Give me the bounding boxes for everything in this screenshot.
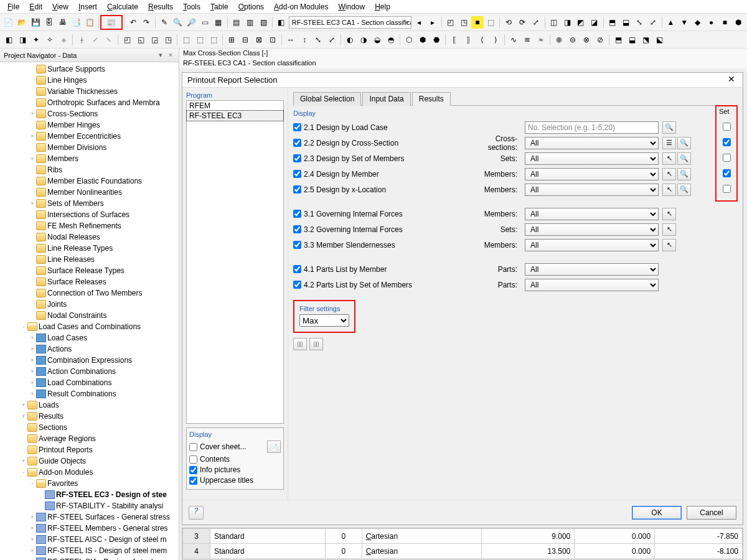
tool-icon[interactable]: ■	[471, 16, 484, 29]
tree-item[interactable]: FE Mesh Refinements	[0, 220, 179, 231]
module-combo[interactable]: RF-STEEL EC3 CA1 - Section classificati…	[289, 16, 411, 29]
tool-icon[interactable]: ▲	[664, 16, 677, 29]
tool-icon[interactable]: ✧	[44, 34, 56, 46]
menu-file[interactable]: File	[2, 1, 24, 12]
row-checkbox[interactable]	[293, 185, 301, 194]
tool-icon[interactable]: ⤢	[647, 16, 659, 29]
list-icon[interactable]: ☰	[662, 137, 676, 149]
pick-icon[interactable]: ↖	[662, 223, 676, 236]
tool-icon[interactable]: ⊘	[594, 34, 606, 46]
tree-item[interactable]: Average Regions	[0, 433, 179, 444]
save-all-icon[interactable]: 🗄	[43, 16, 55, 29]
tool-icon[interactable]: ◩	[575, 16, 587, 29]
filter-select[interactable]: Max	[299, 314, 349, 327]
row-checkbox[interactable]	[293, 210, 301, 218]
program-item[interactable]: RFEM	[187, 101, 283, 111]
row-select[interactable]: All	[525, 279, 659, 291]
tree-item[interactable]: +Load Cases	[0, 332, 179, 343]
tool-icon[interactable]: 🔍	[172, 16, 184, 29]
menu-results[interactable]: Results	[143, 1, 178, 12]
tool-icon[interactable]: ≈	[535, 34, 547, 46]
row-checkbox[interactable]	[293, 154, 301, 162]
tree-item[interactable]: Printout Reports	[0, 444, 179, 455]
tool-icon[interactable]: ◨	[561, 16, 573, 29]
menu-view[interactable]: View	[47, 1, 73, 12]
tool-icon[interactable]: ⬚	[485, 16, 497, 29]
tool-icon[interactable]: ⤢	[530, 16, 542, 29]
tree-item[interactable]: +Loads	[0, 399, 179, 411]
row-checkbox[interactable]	[293, 170, 301, 178]
tool-icon[interactable]: ⊞	[225, 34, 238, 46]
table-row[interactable]: 4Standard0Cartesian13.5000.000-8.100	[183, 544, 743, 559]
menu-insert[interactable]: Insert	[73, 1, 102, 12]
tool-icon[interactable]: ⬒	[606, 16, 619, 29]
tree-item[interactable]: +RF-STEEL AISC - Design of steel m	[0, 534, 179, 545]
tool-icon[interactable]: ⬣	[430, 34, 443, 46]
row-checkbox[interactable]	[293, 123, 301, 131]
tool-icon[interactable]: ■	[718, 16, 731, 29]
menu-options[interactable]: Options	[233, 1, 269, 12]
pick-icon[interactable]: ↖	[662, 239, 676, 251]
tool-icon[interactable]: ⊕	[553, 34, 565, 46]
tool-icon[interactable]: ◰	[121, 34, 133, 46]
tree-item[interactable]: Line Releases	[0, 254, 179, 265]
redo-icon[interactable]: ↷	[140, 16, 153, 29]
tree-item[interactable]: Ribs	[0, 164, 179, 175]
row-checkbox[interactable]	[293, 281, 301, 289]
set-checkbox[interactable]	[723, 185, 731, 193]
deselect-all-icon[interactable]: ☒⃞	[309, 338, 323, 350]
row-select[interactable]: All	[525, 152, 659, 165]
tool-icon[interactable]: ⟧	[462, 34, 474, 46]
tree-item[interactable]: +RF-STEEL Surfaces - General stress	[0, 511, 179, 523]
tool-icon[interactable]: ⬔	[639, 34, 652, 46]
tool-icon[interactable]: ⬚	[207, 34, 220, 46]
display-option[interactable]: Uppercase titles	[189, 476, 281, 485]
pin-icon[interactable]: ▾	[156, 51, 165, 59]
tree-item[interactable]: RF-STABILITY - Stability analysi	[0, 500, 179, 511]
tree-item[interactable]: Nodal Constraints	[0, 310, 179, 321]
display-option[interactable]: Cover sheet...📄	[189, 441, 281, 453]
menu-table[interactable]: Table	[205, 1, 233, 12]
row-checkbox[interactable]	[293, 139, 301, 147]
tool-icon[interactable]: ⬒	[612, 34, 624, 46]
tool-icon[interactable]: ◓	[385, 34, 397, 46]
tab-results[interactable]: Results	[412, 92, 451, 106]
tree-item[interactable]: Variable Thicknesses	[0, 86, 179, 97]
tool-icon[interactable]: ◲	[148, 34, 161, 46]
tool-icon[interactable]: ⟨	[476, 34, 488, 46]
tool-icon[interactable]: ⊟	[239, 34, 251, 46]
tool-icon[interactable]: ⊖	[566, 34, 579, 46]
tool-icon[interactable]: ⬡	[403, 34, 415, 46]
ok-button[interactable]: OK	[632, 506, 682, 520]
row-checkbox[interactable]	[293, 241, 301, 249]
row-select[interactable]: All	[525, 263, 659, 276]
search-icon[interactable]: 🔍	[677, 137, 691, 149]
tree-item[interactable]: RF-STEEL EC3 - Design of stee	[0, 489, 179, 500]
tool-icon[interactable]: ⬓	[619, 16, 632, 29]
search-icon[interactable]: 🔍	[662, 121, 676, 134]
table-row[interactable]: 3Standard0Cartesian9.0000.000-7.850	[183, 529, 743, 544]
menu-calculate[interactable]: Calculate	[102, 1, 143, 12]
tool-icon[interactable]: ⬢	[416, 34, 429, 46]
set-checkbox[interactable]	[723, 123, 731, 131]
open-icon[interactable]: 📂	[16, 16, 29, 29]
help-button[interactable]: ?	[189, 506, 204, 520]
tree-item[interactable]: +Combination Expressions	[0, 355, 179, 366]
tool-icon[interactable]: ⟊	[75, 34, 88, 46]
tool-icon[interactable]: ▭	[199, 16, 211, 29]
tree-item[interactable]: Line Hinges	[0, 75, 179, 86]
tool-icon[interactable]: ⟲	[502, 16, 515, 29]
row-select[interactable]: All	[525, 184, 659, 196]
tree-item[interactable]: Nodal Releases	[0, 231, 179, 243]
tree-item[interactable]: Line Release Types	[0, 243, 179, 254]
tree-item[interactable]: Joints	[0, 299, 179, 310]
tree-item[interactable]: Member Elastic Foundations	[0, 175, 179, 187]
tree-item[interactable]: -Add-on Modules	[0, 467, 179, 478]
tree-item[interactable]: +Load Combinations	[0, 377, 179, 388]
tree-item[interactable]: Orthotropic Surfaces and Membra	[0, 97, 179, 108]
menu-add-on-modules[interactable]: Add-on Modules	[269, 1, 333, 12]
tree-item[interactable]: +RF-STEEL IS - Design of steel mem	[0, 545, 179, 556]
tree-item[interactable]: +Actions	[0, 343, 179, 355]
tool-icon[interactable]: ⬕	[653, 34, 665, 46]
tool-icon[interactable]: ⟐	[57, 34, 70, 46]
